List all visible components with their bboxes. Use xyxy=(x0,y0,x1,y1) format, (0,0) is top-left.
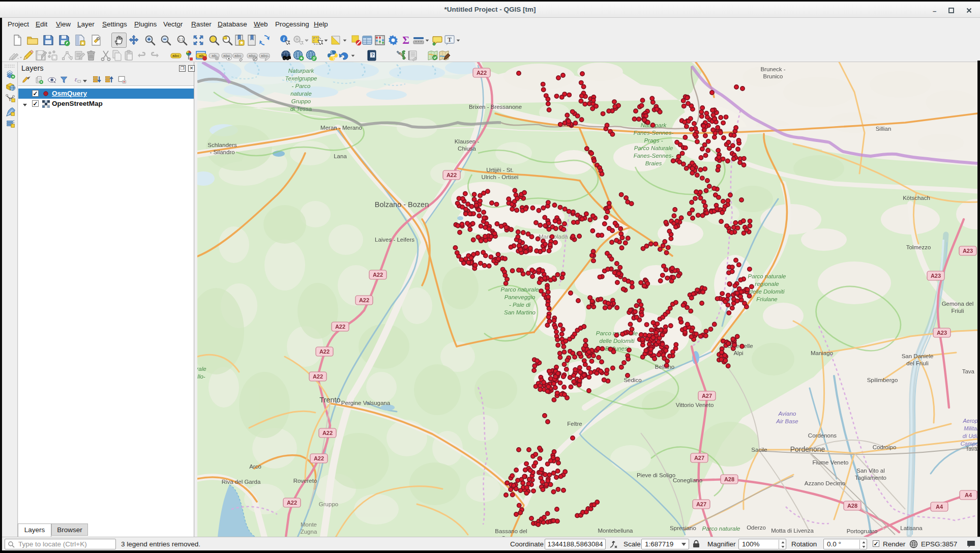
svg-text:A23: A23 xyxy=(931,273,941,279)
svg-text:A22: A22 xyxy=(359,297,369,303)
svg-text:Gruppo: Gruppo xyxy=(319,501,338,507)
svg-text:Chiusa: Chiusa xyxy=(458,145,476,152)
svg-text:Conegliano: Conegliano xyxy=(673,477,702,483)
svg-text:A23: A23 xyxy=(937,330,947,336)
svg-text:abc: abc xyxy=(249,53,256,58)
svg-text:A22: A22 xyxy=(319,348,330,355)
svg-text:Azzano Decimo: Azzano Decimo xyxy=(805,480,846,486)
svg-text:Montebelluna: Montebelluna xyxy=(598,528,633,534)
svg-text:Alpi: Alpi xyxy=(733,350,743,356)
svg-text:A4: A4 xyxy=(965,492,972,498)
svg-text:Bolzano - Bozen: Bolzano - Bozen xyxy=(375,200,429,209)
svg-text:regionale: regionale xyxy=(755,281,779,287)
svg-text:Codroipo: Codroipo xyxy=(873,444,897,450)
svg-text:A23: A23 xyxy=(963,248,973,254)
svg-text:- Pale di: - Pale di xyxy=(509,302,531,308)
svg-text:Ulrich - Ortisei: Ulrich - Ortisei xyxy=(482,174,519,180)
svg-text:Spilimbergo: Spilimbergo xyxy=(867,377,898,383)
svg-text:A22: A22 xyxy=(335,324,345,330)
svg-text:Friulane: Friulane xyxy=(756,296,778,302)
svg-text:Σ: Σ xyxy=(402,34,409,46)
svg-text:Tolmezzo: Tolmezzo xyxy=(906,244,931,250)
svg-text:Aeropor: Aeropor xyxy=(962,418,977,424)
svg-text:A22: A22 xyxy=(313,373,323,380)
svg-text:Texelgruppe: Texelgruppe xyxy=(285,75,317,81)
svg-text:Air Base: Air Base xyxy=(776,418,798,424)
svg-text:Fanes-Sennes-: Fanes-Sennes- xyxy=(634,153,674,159)
svg-text:Feltre: Feltre xyxy=(567,421,582,427)
svg-text:A22: A22 xyxy=(314,455,324,461)
svg-text:A4: A4 xyxy=(936,504,943,510)
svg-text:Schlanders: Schlanders xyxy=(207,142,237,148)
svg-text:Portogruaro: Portogruaro xyxy=(847,528,878,534)
svg-text:A27: A27 xyxy=(696,501,706,507)
svg-text:Parco naturale: Parco naturale xyxy=(501,286,539,293)
svg-text:San Vito al: San Vito al xyxy=(856,468,884,474)
svg-text:Brixen - Bressanone: Brixen - Bressanone xyxy=(469,104,522,110)
svg-text:- Parco: - Parco xyxy=(291,83,311,89)
svg-text:Klausen -: Klausen - xyxy=(455,138,480,144)
svg-text:Aviano: Aviano xyxy=(778,411,797,417)
svg-text:llo-: llo- xyxy=(197,373,205,380)
svg-text:Spresiano: Spresiano xyxy=(670,525,696,531)
svg-text:del Friuli: del Friuli xyxy=(906,360,928,366)
svg-text:Kötschach: Kötschach xyxy=(903,195,930,201)
svg-text:Arco: Arco xyxy=(249,463,261,470)
svg-text:Pergine Valsugana: Pergine Valsugana xyxy=(341,400,391,406)
svg-text:Laives - Leifers: Laives - Leifers xyxy=(375,237,414,243)
svg-text:naturale: naturale xyxy=(290,91,312,97)
svg-text:Monte: Monte xyxy=(301,521,317,528)
svg-text:Bassano del: Bassano del xyxy=(495,528,527,534)
svg-text:ε: ε xyxy=(75,76,77,83)
svg-text:Sedico: Sedico xyxy=(623,377,641,383)
svg-text:Motta di Livenza: Motta di Livenza xyxy=(771,528,814,534)
svg-text:Riva del Garda: Riva del Garda xyxy=(222,479,261,485)
svg-text:Brunico: Brunico xyxy=(763,73,783,79)
svg-text:A22: A22 xyxy=(322,430,333,436)
svg-text:Sillian: Sillian xyxy=(876,126,892,132)
svg-text:Gruppo: Gruppo xyxy=(291,98,311,104)
svg-text:- Silandro: - Silandro xyxy=(210,149,234,155)
svg-text:San Daniele: San Daniele xyxy=(902,353,934,359)
svg-text:delle Dolomiti: delle Dolomiti xyxy=(599,338,634,344)
svg-text:di Tessa: di Tessa xyxy=(290,106,312,112)
svg-text:Tava: Tava xyxy=(962,368,975,374)
svg-text:Pieve di Soligo: Pieve di Soligo xyxy=(637,472,675,478)
svg-text:Meran - Merano: Meran - Merano xyxy=(320,125,362,131)
svg-text:Parco naturale: Parco naturale xyxy=(748,273,786,279)
svg-text:Paneveggio: Paneveggio xyxy=(504,294,536,300)
svg-text:Friuli: Friuli xyxy=(952,308,964,314)
svg-text:Sacile: Sacile xyxy=(751,447,767,453)
svg-text:A27: A27 xyxy=(702,393,712,399)
svg-text:A27: A27 xyxy=(694,455,704,461)
svg-text:A28: A28 xyxy=(847,503,857,509)
svg-text:Urtijëi - St.: Urtijëi - St. xyxy=(486,167,514,173)
svg-text:?: ? xyxy=(371,52,374,57)
svg-text:Lana: Lana xyxy=(334,153,347,159)
svg-text:abc: abc xyxy=(172,53,180,58)
svg-text:di Udine: di Udine xyxy=(963,433,977,439)
svg-text:A22: A22 xyxy=(287,500,297,506)
svg-text:Trento: Trento xyxy=(319,396,340,404)
svg-text:San Martino: San Martino xyxy=(504,309,536,315)
svg-text:Militare: Militare xyxy=(964,425,977,431)
svg-text:Parco naturale: Parco naturale xyxy=(702,526,740,532)
svg-text:A22: A22 xyxy=(373,272,383,278)
svg-text:Fanes-Sennes-: Fanes-Sennes- xyxy=(634,130,674,136)
svg-text:rale: rale xyxy=(197,366,206,372)
svg-text:A22: A22 xyxy=(447,172,457,178)
svg-text:Rovereto: Rovereto xyxy=(293,478,317,484)
svg-text:Oderzo: Oderzo xyxy=(747,525,766,531)
svg-text:A28: A28 xyxy=(724,476,734,482)
svg-text:abc: abc xyxy=(234,53,242,58)
svg-text:Braies: Braies xyxy=(645,160,662,166)
svg-text:Pordenone: Pordenone xyxy=(790,445,825,453)
svg-text:Prags -: Prags - xyxy=(644,137,663,143)
svg-text:A22: A22 xyxy=(477,70,487,76)
svg-text:Tagliamento: Tagliamento xyxy=(855,475,886,481)
svg-text:Cordenons: Cordenons xyxy=(808,432,837,439)
svg-text:Vittorio Veneto: Vittorio Veneto xyxy=(676,402,714,408)
svg-text:T: T xyxy=(448,36,452,43)
svg-text:1:1: 1:1 xyxy=(179,38,184,41)
svg-text:delle Dolomiti: delle Dolomiti xyxy=(749,288,784,295)
